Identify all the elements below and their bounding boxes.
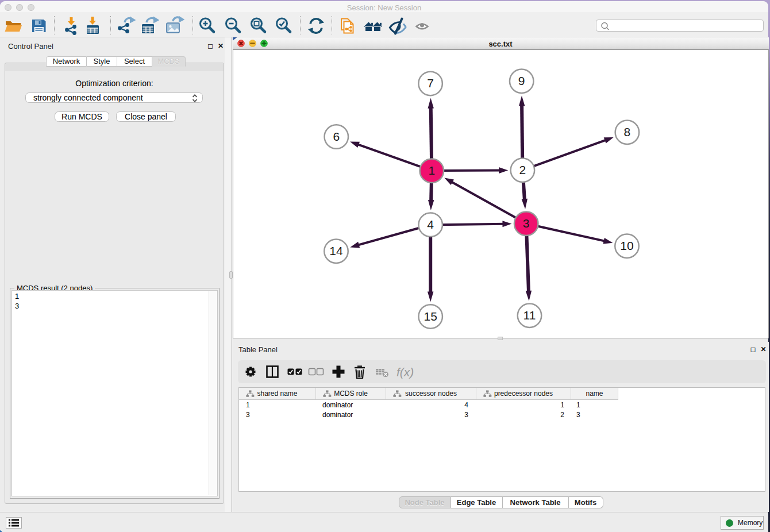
svg-text:3: 3 (522, 217, 529, 230)
svg-text:2: 2 (519, 163, 526, 176)
svg-text:f(x): f(x) (396, 365, 414, 379)
svg-text:14: 14 (329, 244, 343, 257)
svg-text:7: 7 (427, 76, 434, 90)
svg-text:8: 8 (623, 125, 630, 138)
svg-text:10: 10 (620, 239, 633, 252)
svg-text:4: 4 (427, 218, 434, 231)
svg-text:1: 1 (428, 164, 435, 177)
svg-text:15: 15 (424, 310, 437, 323)
svg-text:11: 11 (523, 309, 536, 322)
svg-text:6: 6 (333, 130, 340, 143)
svg-text:9: 9 (518, 74, 525, 87)
